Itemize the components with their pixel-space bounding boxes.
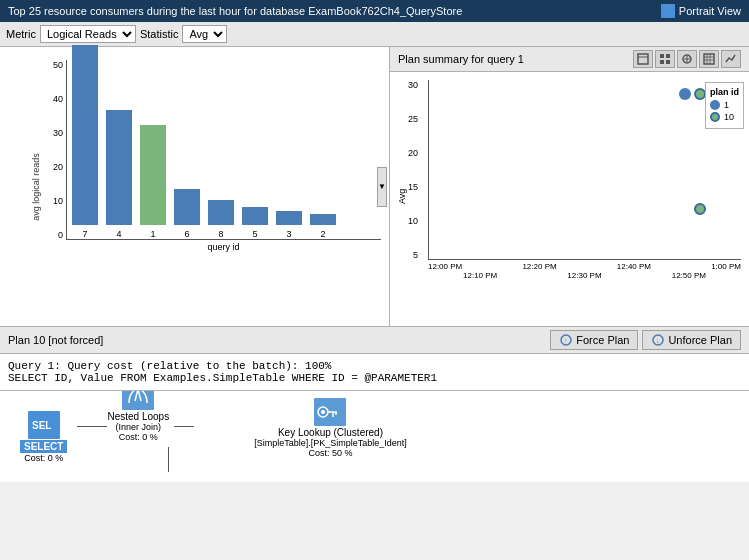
toolbar-icon-4[interactable] bbox=[699, 50, 719, 68]
svg-text:SEL: SEL bbox=[32, 420, 51, 431]
metric-select[interactable]: Logical Reads bbox=[40, 25, 136, 43]
svg-text:↑: ↑ bbox=[564, 337, 568, 344]
legend-item-1: 1 bbox=[710, 100, 739, 110]
legend-dot-1 bbox=[710, 100, 720, 110]
y-axis-labels: 50 40 30 20 10 0 bbox=[38, 60, 63, 240]
legend-title: plan id bbox=[710, 87, 739, 97]
bar-6: 6 bbox=[174, 189, 200, 239]
svg-rect-9 bbox=[704, 54, 714, 64]
select-cost: Cost: 0 % bbox=[24, 453, 63, 463]
key-lookup-node: Key Lookup (Clustered) [SimpleTable].[PK… bbox=[254, 397, 407, 458]
title-text: Top 25 resource consumers during the las… bbox=[8, 5, 462, 17]
connector-1 bbox=[77, 426, 107, 427]
v-line-1 bbox=[168, 447, 169, 472]
chart-area: 50 40 30 20 10 0 7 bbox=[38, 60, 381, 280]
bar-chart: 7 4 1 6 bbox=[66, 60, 381, 240]
statistic-label: Statistic bbox=[140, 28, 179, 40]
legend-item-10: 10 bbox=[710, 112, 739, 122]
nested-connector bbox=[108, 442, 169, 472]
plan-toolbar-icons bbox=[633, 50, 741, 68]
bar-1: 1 bbox=[140, 125, 166, 239]
query-line1: Query 1: Query cost (relative to the bat… bbox=[8, 360, 741, 372]
svg-rect-20 bbox=[122, 391, 154, 410]
query-panel: Query 1: Query cost (relative to the bat… bbox=[0, 354, 749, 391]
svg-text:↓: ↓ bbox=[656, 337, 660, 344]
scatter-container: Avg 30 25 20 15 10 5 12:0 bbox=[390, 72, 749, 326]
chart-scroll-btn[interactable]: ▼ bbox=[377, 167, 387, 207]
scatter-x-labels-top: 12:00 PM 12:20 PM 12:40 PM 1:00 PM bbox=[428, 262, 741, 271]
toolbar-icon-1[interactable] bbox=[633, 50, 653, 68]
scatter-legend: plan id 1 10 bbox=[705, 82, 744, 129]
nested-loops-cost: Cost: 0 % bbox=[119, 432, 158, 442]
right-panel: Plan summary for query 1 bbox=[390, 47, 749, 326]
svg-rect-2 bbox=[660, 54, 664, 58]
view-label: Portrait View bbox=[679, 5, 741, 17]
select-icon: SEL bbox=[27, 410, 61, 440]
key-lookup-cost: Cost: 50 % bbox=[308, 448, 352, 458]
main-area: avg logical reads 50 40 30 20 10 0 7 bbox=[0, 47, 749, 327]
nested-loops-label: Nested Loops bbox=[107, 411, 169, 422]
execution-plan: SEL SELECT Cost: 0 % Nested Loops (Inner… bbox=[0, 391, 749, 482]
query-line2: SELECT ID, Value FROM Examples.SimpleTab… bbox=[8, 372, 741, 384]
scatter-x-labels-bottom: 12:10 PM 12:30 PM 12:50 PM bbox=[428, 271, 741, 280]
bar-8: 8 bbox=[208, 200, 234, 239]
plan-status-label: Plan 10 [not forced] bbox=[8, 334, 103, 346]
bar-2: 2 bbox=[310, 214, 336, 239]
scatter-y-labels: 30 25 20 15 10 5 bbox=[400, 80, 418, 260]
bar-3: 3 bbox=[276, 211, 302, 239]
title-right: Portrait View bbox=[661, 4, 741, 18]
unforce-plan-icon: ↓ bbox=[651, 333, 665, 347]
bar-7: 7 bbox=[72, 45, 98, 239]
key-lookup-label: Key Lookup (Clustered) bbox=[278, 427, 383, 438]
metric-label: Metric bbox=[6, 28, 36, 40]
svg-rect-0 bbox=[638, 54, 648, 64]
title-bar: Top 25 resource consumers during the las… bbox=[0, 0, 749, 22]
plan-flow: SEL SELECT Cost: 0 % Nested Loops (Inner… bbox=[20, 401, 729, 472]
bar-5: 5 bbox=[242, 207, 268, 239]
key-lookup-icon bbox=[313, 397, 347, 427]
nested-loops-sublabel: (Inner Join) bbox=[116, 422, 162, 432]
portrait-icon bbox=[661, 4, 675, 18]
unforce-plan-button[interactable]: ↓ Unforce Plan bbox=[642, 330, 741, 350]
select-label: SELECT bbox=[20, 440, 67, 453]
plan-summary-title: Plan summary for query 1 bbox=[398, 53, 524, 65]
key-lookup-sublabel: [SimpleTable].[PK_SimpleTable_Ident] bbox=[254, 438, 407, 448]
nested-loops-node: Nested Loops (Inner Join) Cost: 0 % bbox=[107, 391, 169, 442]
svg-point-30 bbox=[321, 410, 325, 414]
bottom-toolbar: Plan 10 [not forced] ↑ Force Plan ↓ Unfo… bbox=[0, 327, 749, 354]
bar-chart-panel: avg logical reads 50 40 30 20 10 0 7 bbox=[0, 47, 390, 326]
plan-actions: ↑ Force Plan ↓ Unforce Plan bbox=[550, 330, 741, 350]
legend-dot-10 bbox=[710, 112, 720, 122]
connector-2 bbox=[174, 426, 194, 427]
nested-loops-icon bbox=[121, 391, 155, 411]
nested-loops-container: Nested Loops (Inner Join) Cost: 0 % bbox=[107, 391, 169, 472]
toolbar-icon-2[interactable] bbox=[655, 50, 675, 68]
toolbar-icon-5[interactable] bbox=[721, 50, 741, 68]
svg-rect-4 bbox=[660, 60, 664, 64]
force-plan-button[interactable]: ↑ Force Plan bbox=[550, 330, 638, 350]
scatter-dot-plan10-bottom bbox=[694, 203, 706, 215]
scatter-dot-plan1 bbox=[679, 88, 691, 100]
scatter-chart bbox=[428, 80, 741, 260]
bar-4: 4 bbox=[106, 110, 132, 239]
force-plan-icon: ↑ bbox=[559, 333, 573, 347]
toolbar-icon-3[interactable] bbox=[677, 50, 697, 68]
right-nodes: Index Seek (NonClustered) [SimpleTable].… bbox=[194, 391, 407, 458]
plan-header: Plan summary for query 1 bbox=[390, 47, 749, 72]
svg-rect-5 bbox=[666, 60, 670, 64]
statistic-select[interactable]: Avg bbox=[182, 25, 227, 43]
svg-rect-3 bbox=[666, 54, 670, 58]
select-node: SEL SELECT Cost: 0 % bbox=[20, 410, 67, 463]
main-toolbar: Metric Logical Reads Statistic Avg bbox=[0, 22, 749, 47]
x-axis-label: query id bbox=[66, 242, 381, 252]
